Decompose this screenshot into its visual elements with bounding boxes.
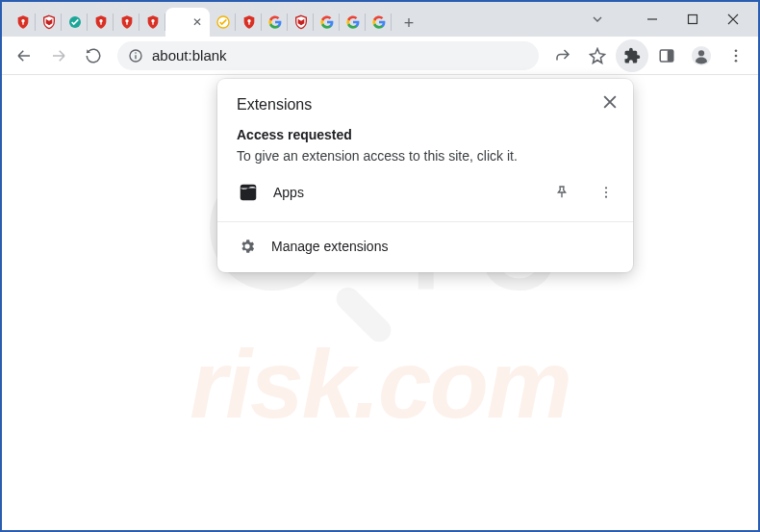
svg-rect-13 bbox=[689, 15, 697, 24]
side-panel-button[interactable] bbox=[650, 39, 683, 72]
google-icon bbox=[344, 13, 362, 31]
close-tab-icon[interactable]: ✕ bbox=[192, 15, 202, 29]
svg-point-7 bbox=[151, 19, 154, 22]
svg-rect-8 bbox=[152, 22, 153, 25]
tab[interactable] bbox=[88, 8, 114, 37]
svg-point-22 bbox=[735, 54, 738, 57]
svg-point-20 bbox=[698, 50, 704, 56]
popup-access-heading: Access requested bbox=[237, 127, 614, 142]
shield-red-icon bbox=[118, 13, 136, 31]
address-bar[interactable] bbox=[117, 41, 539, 70]
divider bbox=[217, 221, 633, 222]
manage-extensions-label: Manage extensions bbox=[271, 239, 388, 254]
tab[interactable] bbox=[262, 8, 288, 37]
svg-point-3 bbox=[99, 19, 102, 22]
gear-icon bbox=[237, 236, 258, 257]
svg-point-26 bbox=[605, 191, 607, 193]
watermark-risk: risk.com bbox=[190, 329, 570, 440]
svg-rect-18 bbox=[668, 50, 673, 62]
extension-name: Apps bbox=[273, 185, 533, 200]
menu-button[interactable] bbox=[720, 39, 752, 72]
extension-more-button[interactable] bbox=[591, 177, 621, 208]
tab[interactable] bbox=[36, 8, 62, 37]
popup-close-button[interactable] bbox=[595, 87, 625, 117]
reload-button[interactable] bbox=[77, 39, 110, 72]
tab[interactable] bbox=[10, 8, 36, 37]
yellow-check-icon bbox=[215, 13, 232, 31]
back-button[interactable] bbox=[8, 39, 40, 72]
svg-point-0 bbox=[21, 19, 24, 22]
svg-point-10 bbox=[247, 19, 250, 22]
profile-button[interactable] bbox=[685, 39, 718, 72]
tab-active[interactable]: ✕ bbox=[165, 8, 210, 37]
popup-access-text: To give an extension access to this site… bbox=[237, 148, 614, 164]
shield-red-icon bbox=[92, 13, 110, 31]
popup-access-section: Access requested To give an extension ac… bbox=[217, 119, 633, 167]
shield-red-icon bbox=[144, 13, 162, 31]
tab-search-button[interactable] bbox=[581, 6, 614, 33]
svg-rect-6 bbox=[126, 22, 127, 25]
svg-point-21 bbox=[735, 49, 738, 52]
apps-icon bbox=[237, 181, 260, 204]
svg-point-16 bbox=[135, 52, 137, 54]
new-tab-button[interactable]: + bbox=[395, 10, 422, 37]
titlebar: ✕+ bbox=[2, 2, 758, 37]
browser-window: ✕+ bbox=[0, 0, 760, 532]
tab[interactable] bbox=[236, 8, 262, 37]
google-icon bbox=[370, 13, 388, 31]
bookmark-button[interactable] bbox=[581, 39, 614, 72]
google-icon bbox=[318, 13, 336, 31]
share-button[interactable] bbox=[546, 39, 579, 72]
close-window-button[interactable] bbox=[714, 6, 752, 33]
tab[interactable] bbox=[210, 8, 236, 37]
url-input[interactable] bbox=[152, 47, 529, 63]
mcafee-icon bbox=[40, 13, 58, 31]
manage-extensions-row[interactable]: Manage extensions bbox=[217, 226, 633, 266]
mcafee-icon bbox=[292, 13, 310, 31]
tab[interactable] bbox=[340, 8, 366, 37]
forward-button[interactable] bbox=[42, 39, 75, 72]
window-controls bbox=[581, 2, 758, 37]
svg-point-23 bbox=[735, 59, 738, 62]
svg-rect-1 bbox=[22, 22, 23, 25]
maximize-button[interactable] bbox=[673, 6, 712, 33]
svg-rect-11 bbox=[248, 22, 249, 25]
minimize-button[interactable] bbox=[633, 6, 671, 33]
toolbar bbox=[2, 37, 758, 75]
blank-favicon bbox=[173, 13, 190, 31]
tab[interactable] bbox=[366, 8, 392, 37]
google-icon bbox=[266, 13, 284, 31]
tab[interactable] bbox=[314, 8, 340, 37]
tab-strip: ✕+ bbox=[2, 2, 581, 37]
svg-point-27 bbox=[605, 196, 607, 198]
svg-rect-4 bbox=[100, 22, 101, 25]
shield-red-icon bbox=[241, 13, 258, 31]
tab[interactable] bbox=[139, 8, 165, 37]
tab[interactable] bbox=[114, 8, 139, 37]
shield-red-icon bbox=[14, 13, 32, 31]
popup-title: Extensions bbox=[217, 79, 633, 119]
tab[interactable] bbox=[62, 8, 88, 37]
extension-row[interactable]: Apps bbox=[217, 167, 633, 217]
tab[interactable] bbox=[288, 8, 314, 37]
teal-check-icon bbox=[66, 13, 84, 31]
site-info-icon[interactable] bbox=[127, 47, 144, 64]
pin-button[interactable] bbox=[546, 177, 577, 208]
svg-point-25 bbox=[605, 187, 607, 189]
svg-point-5 bbox=[125, 19, 128, 22]
extensions-button[interactable] bbox=[616, 39, 648, 72]
extensions-popup: Extensions Access requested To give an e… bbox=[217, 79, 633, 272]
